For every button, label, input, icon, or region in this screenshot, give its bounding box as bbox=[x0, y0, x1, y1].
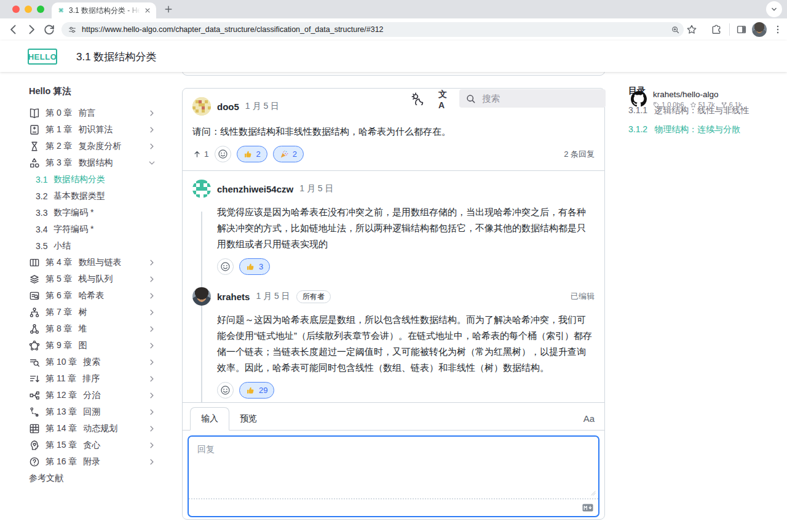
profile-avatar[interactable] bbox=[752, 22, 767, 37]
avatar[interactable] bbox=[192, 287, 211, 306]
section-number: 3.5 bbox=[36, 241, 53, 251]
site-logo[interactable]: HELLO bbox=[28, 49, 57, 65]
chevron-down-icon[interactable] bbox=[148, 159, 156, 167]
sidebar-chapter-item[interactable]: 第 9 章 图 bbox=[0, 337, 177, 354]
chevron-right-icon[interactable] bbox=[148, 391, 156, 400]
sidebar-chapter-item[interactable]: 第 14 章 动态规划 bbox=[0, 420, 177, 437]
new-tab-button[interactable] bbox=[164, 4, 173, 14]
sidebar-section-item[interactable]: 3.1 数据结构分类 bbox=[0, 171, 177, 188]
site-settings-icon[interactable] bbox=[68, 25, 77, 34]
chapter-number: 第 16 章 bbox=[45, 456, 77, 467]
avatar[interactable] bbox=[192, 180, 211, 198]
sidebar-chapter-item[interactable]: 第 6 章 哈希表 bbox=[0, 287, 177, 304]
add-reaction-button[interactable] bbox=[217, 258, 234, 275]
reply-textarea-box bbox=[188, 435, 599, 517]
sidebar-chapter-item[interactable]: 第 13 章 回溯 bbox=[0, 403, 177, 420]
chevron-right-icon[interactable] bbox=[148, 424, 156, 433]
close-window-button[interactable] bbox=[12, 6, 20, 13]
reply-textarea[interactable] bbox=[189, 437, 598, 498]
zoom-icon[interactable] bbox=[671, 25, 680, 34]
repo-version: 1.0.0b6 bbox=[662, 101, 684, 108]
chevron-right-icon[interactable] bbox=[148, 408, 156, 416]
markdown-icon[interactable] bbox=[582, 504, 593, 512]
toolbar-divider bbox=[729, 23, 730, 36]
sidebar-section-item[interactable]: 3.4 字符编码 * bbox=[0, 221, 177, 237]
forward-button[interactable] bbox=[25, 23, 38, 36]
translate-icon[interactable]: 文A bbox=[438, 93, 452, 106]
side-panel-icon[interactable] bbox=[736, 24, 747, 35]
sidebar-chapter-item[interactable]: 第 15 章 贪心 bbox=[0, 437, 177, 453]
reply-date[interactable]: 1 月 5 日 bbox=[256, 291, 290, 302]
upvote-button[interactable]: 1 bbox=[192, 149, 209, 159]
chevron-right-icon[interactable] bbox=[148, 125, 156, 134]
repo-link[interactable]: krahets/hello-algo 1.0.0b6 51.7k 6.1k bbox=[631, 90, 742, 108]
sidebar-chapter-item[interactable]: 第 7 章 树 bbox=[0, 304, 177, 320]
tab-write[interactable]: 输入 bbox=[190, 407, 229, 431]
sidebar-chapter-item[interactable]: 第 10 章 搜索 bbox=[0, 354, 177, 370]
toc-item[interactable]: 3.1.2 物理结构：连续与分散 bbox=[628, 124, 782, 135]
add-reaction-button[interactable] bbox=[215, 146, 231, 162]
reaction-thumbs-up[interactable]: 29 bbox=[239, 382, 274, 399]
upvote-count: 1 bbox=[204, 149, 209, 159]
chapter-label: 前言 bbox=[79, 108, 96, 119]
theme-toggle-icon[interactable] bbox=[411, 92, 424, 105]
sidebar-chapter-item[interactable]: 第 5 章 栈与队列 bbox=[0, 271, 177, 287]
sidebar-chapter-item[interactable]: 第 16 章 附录 bbox=[0, 453, 177, 470]
sidebar-chapter-item[interactable]: 第 12 章 分治 bbox=[0, 387, 177, 403]
reply-author[interactable]: chenzhiwei54czw bbox=[217, 184, 293, 194]
menu-kebab-icon[interactable] bbox=[772, 24, 783, 35]
chevron-right-icon[interactable] bbox=[148, 109, 156, 117]
chevron-right-icon[interactable] bbox=[148, 358, 156, 367]
search-input[interactable]: 搜索 bbox=[459, 89, 606, 108]
chevron-right-icon[interactable] bbox=[148, 292, 156, 300]
chevron-right-icon[interactable] bbox=[148, 441, 156, 450]
chevron-right-icon[interactable] bbox=[148, 142, 156, 151]
chevron-right-icon[interactable] bbox=[148, 258, 156, 267]
extensions-icon[interactable] bbox=[711, 24, 722, 35]
browser-tab[interactable]: ⌘ 3.1 数据结构分类 - Hello 算法 bbox=[52, 2, 156, 18]
sidebar-chapter-item[interactable]: 第 8 章 堆 bbox=[0, 320, 177, 337]
chevron-right-icon[interactable] bbox=[148, 375, 156, 383]
tab-search-button[interactable] bbox=[766, 1, 782, 17]
sidebar-chapter-item[interactable]: 第 0 章 前言 bbox=[0, 105, 177, 121]
close-tab-icon[interactable] bbox=[144, 7, 151, 14]
avatar[interactable] bbox=[192, 97, 211, 116]
chapter-number: 第 15 章 bbox=[45, 440, 77, 451]
star-icon bbox=[690, 101, 697, 108]
chapter-number: 第 7 章 bbox=[45, 307, 73, 318]
maximize-window-button[interactable] bbox=[37, 6, 44, 13]
section-label: 小结 bbox=[53, 240, 71, 252]
sidebar-item-references[interactable]: 参考文献 bbox=[0, 470, 177, 486]
reaction-thumbs-up[interactable]: 3 bbox=[239, 258, 270, 275]
sidebar-section-item[interactable]: 3.5 小结 bbox=[0, 237, 177, 254]
sidebar-chapter-item[interactable]: 第 2 章 复杂度分析 bbox=[0, 138, 177, 154]
bookmark-star-icon[interactable] bbox=[686, 24, 697, 35]
reaction-thumbs-up[interactable]: 2 bbox=[237, 146, 267, 162]
chapter-number: 第 12 章 bbox=[45, 390, 77, 401]
sidebar-chapter-item[interactable]: 第 3 章 数据结构 bbox=[0, 154, 177, 171]
sidebar-section-item[interactable]: 3.2 基本数据类型 bbox=[0, 188, 177, 204]
back-button[interactable] bbox=[7, 23, 20, 36]
chevron-right-icon[interactable] bbox=[148, 275, 156, 284]
comment-author[interactable]: doo5 bbox=[217, 101, 239, 112]
reply-body: 好问题～这因为哈希表底层是数组，所以包含线性数据结构。而为了解决哈希冲突，我们可… bbox=[183, 306, 604, 376]
chevron-right-icon[interactable] bbox=[148, 308, 156, 317]
reload-button[interactable] bbox=[43, 23, 55, 36]
chevron-right-icon[interactable] bbox=[148, 341, 156, 350]
tab-preview[interactable]: 预览 bbox=[229, 408, 267, 430]
reply-author[interactable]: krahets bbox=[217, 292, 250, 302]
reply-date[interactable]: 1 月 5 日 bbox=[299, 183, 333, 194]
address-bar[interactable]: https://www.hello-algo.com/chapter_data_… bbox=[61, 22, 684, 37]
resize-grip-icon[interactable] bbox=[590, 490, 596, 496]
sidebar-chapter-item[interactable]: 第 4 章 数组与链表 bbox=[0, 254, 177, 271]
chevron-right-icon[interactable] bbox=[148, 325, 156, 333]
sidebar-chapter-item[interactable]: 第 1 章 初识算法 bbox=[0, 121, 177, 138]
reaction-tada[interactable]: 2 bbox=[273, 146, 304, 162]
chevron-right-icon[interactable] bbox=[148, 458, 156, 466]
comment-date[interactable]: 1 月 5 日 bbox=[245, 101, 279, 112]
sidebar-section-item[interactable]: 3.3 数字编码 * bbox=[0, 204, 177, 221]
add-reaction-button[interactable] bbox=[217, 382, 234, 399]
text-format-button[interactable]: Aa bbox=[583, 413, 595, 430]
minimize-window-button[interactable] bbox=[25, 6, 32, 13]
sidebar-chapter-item[interactable]: 第 11 章 排序 bbox=[0, 370, 177, 387]
